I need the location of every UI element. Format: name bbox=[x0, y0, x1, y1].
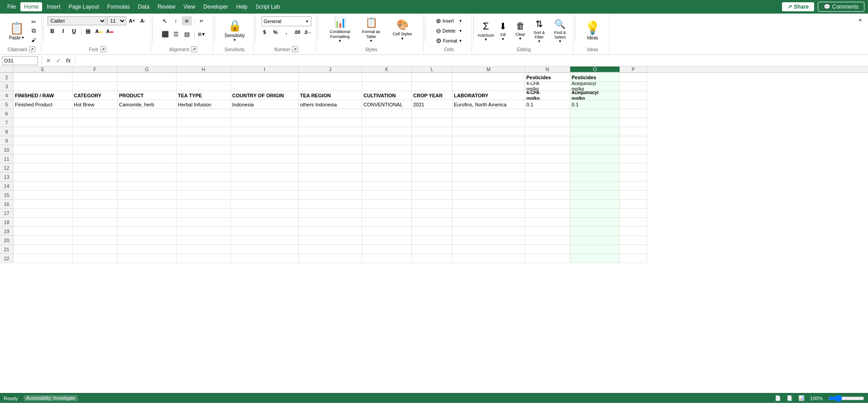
cell-H9[interactable] bbox=[176, 136, 231, 145]
cell-M8[interactable] bbox=[453, 127, 525, 136]
cell-J10[interactable] bbox=[299, 145, 362, 154]
cell-K14[interactable] bbox=[362, 182, 412, 191]
cell-L13[interactable] bbox=[412, 172, 453, 182]
cell-F12[interactable] bbox=[72, 163, 118, 172]
cell-F19[interactable] bbox=[72, 227, 118, 236]
cell-G19[interactable] bbox=[118, 227, 176, 236]
cell-O13[interactable] bbox=[570, 172, 620, 182]
col-header-N[interactable]: N bbox=[525, 67, 570, 72]
view-layout-button[interactable]: 📑 bbox=[787, 395, 793, 401]
cell-M21[interactable] bbox=[453, 245, 525, 254]
cell-F15[interactable] bbox=[72, 191, 118, 200]
format-button[interactable]: ⚙ Format ▼ bbox=[434, 36, 464, 45]
cell-L4[interactable]: CROP YEAR bbox=[412, 91, 453, 100]
cell-J14[interactable] bbox=[299, 182, 362, 191]
formula-cancel-button[interactable]: ✕ bbox=[44, 56, 53, 65]
accounting-button[interactable]: $ bbox=[260, 28, 270, 37]
cell-I9[interactable] bbox=[231, 136, 299, 145]
underline-button[interactable]: U bbox=[69, 27, 79, 36]
cell-H22[interactable] bbox=[176, 254, 231, 263]
cell-H16[interactable] bbox=[176, 200, 231, 209]
cell-H8[interactable] bbox=[176, 127, 231, 136]
cell-I13[interactable] bbox=[231, 172, 299, 182]
formula-input[interactable] bbox=[77, 57, 866, 64]
conditional-formatting-button[interactable]: 📊 Conditional Formatting ▼ bbox=[325, 16, 355, 43]
cell-L22[interactable] bbox=[412, 254, 453, 263]
cell-P17[interactable] bbox=[620, 209, 647, 218]
cell-P19[interactable] bbox=[620, 227, 647, 236]
cell-F11[interactable] bbox=[72, 154, 118, 163]
cell-H15[interactable] bbox=[176, 191, 231, 200]
merge-center-button[interactable]: ⊞▼ bbox=[197, 29, 207, 38]
cell-E3[interactable] bbox=[14, 82, 72, 91]
font-collapse[interactable]: ↗ bbox=[100, 46, 106, 53]
name-box[interactable] bbox=[2, 56, 38, 65]
cell-E19[interactable] bbox=[14, 227, 72, 236]
alignment-collapse[interactable]: ↗ bbox=[191, 46, 197, 53]
cell-L18[interactable] bbox=[412, 218, 453, 227]
cell-P14[interactable] bbox=[620, 182, 647, 191]
cell-H7[interactable] bbox=[176, 118, 231, 127]
cell-H19[interactable] bbox=[176, 227, 231, 236]
cell-O12[interactable] bbox=[570, 163, 620, 172]
cell-F3[interactable] bbox=[72, 82, 118, 91]
cell-N9[interactable] bbox=[525, 136, 570, 145]
cell-E22[interactable] bbox=[14, 254, 72, 263]
cell-L3[interactable] bbox=[412, 82, 453, 91]
cell-L7[interactable] bbox=[412, 118, 453, 127]
cell-G21[interactable] bbox=[118, 245, 176, 254]
cell-M19[interactable] bbox=[453, 227, 525, 236]
col-header-K[interactable]: K bbox=[362, 67, 412, 72]
cell-H20[interactable] bbox=[176, 236, 231, 245]
find-select-button[interactable]: 🔍 Find & Select ▼ bbox=[550, 17, 570, 44]
cell-M16[interactable] bbox=[453, 200, 525, 209]
cell-H17[interactable] bbox=[176, 209, 231, 218]
cell-G5[interactable]: Camomile, herb bbox=[118, 100, 176, 109]
cell-I8[interactable] bbox=[231, 127, 299, 136]
row-header-12[interactable]: 12 bbox=[0, 163, 14, 172]
view-break-button[interactable]: 📊 bbox=[798, 395, 805, 401]
decrease-decimal-button[interactable]: .0← bbox=[303, 28, 313, 37]
cell-K13[interactable] bbox=[362, 172, 412, 182]
cell-E12[interactable] bbox=[14, 163, 72, 172]
cell-I19[interactable] bbox=[231, 227, 299, 236]
cell-K11[interactable] bbox=[362, 154, 412, 163]
cell-M18[interactable] bbox=[453, 218, 525, 227]
cell-L15[interactable] bbox=[412, 191, 453, 200]
cell-J9[interactable] bbox=[299, 136, 362, 145]
cell-G2[interactable] bbox=[118, 73, 176, 82]
cell-O5[interactable]: 0.1 bbox=[570, 100, 620, 109]
cell-K9[interactable] bbox=[362, 136, 412, 145]
cell-K4[interactable]: CULTIVATION bbox=[362, 91, 412, 100]
menu-script-lab[interactable]: Script Lab bbox=[252, 2, 284, 11]
cell-E18[interactable] bbox=[14, 218, 72, 227]
cell-O2[interactable]: Pesticides bbox=[570, 73, 620, 82]
cell-L2[interactable] bbox=[412, 73, 453, 82]
cell-J2[interactable] bbox=[299, 73, 362, 82]
cell-L19[interactable] bbox=[412, 227, 453, 236]
cell-E20[interactable] bbox=[14, 236, 72, 245]
cell-H14[interactable] bbox=[176, 182, 231, 191]
cell-M9[interactable] bbox=[453, 136, 525, 145]
insert-button[interactable]: ⊕ Insert ▼ bbox=[434, 16, 464, 25]
cell-J21[interactable] bbox=[299, 245, 362, 254]
cell-G10[interactable] bbox=[118, 145, 176, 154]
row-header-2[interactable]: 2 bbox=[0, 73, 14, 82]
cell-N4[interactable]: 4-CPA mg/kg bbox=[525, 91, 570, 100]
cell-N16[interactable] bbox=[525, 200, 570, 209]
row-header-9[interactable]: 9 bbox=[0, 136, 14, 145]
cell-J8[interactable] bbox=[299, 127, 362, 136]
cell-L12[interactable] bbox=[412, 163, 453, 172]
cell-O21[interactable] bbox=[570, 245, 620, 254]
clipboard-collapse[interactable]: ↗ bbox=[29, 46, 35, 53]
cell-N10[interactable] bbox=[525, 145, 570, 154]
cell-L6[interactable] bbox=[412, 109, 453, 118]
clear-button[interactable]: 🗑 Clear ▼ bbox=[512, 17, 529, 44]
cell-I15[interactable] bbox=[231, 191, 299, 200]
cell-M4[interactable]: LABORATORY bbox=[453, 91, 525, 100]
cell-P9[interactable] bbox=[620, 136, 647, 145]
percent-button[interactable]: % bbox=[271, 28, 281, 37]
cell-M14[interactable] bbox=[453, 182, 525, 191]
row-header-15[interactable]: 15 bbox=[0, 191, 14, 200]
cell-G4[interactable]: PRODUCT bbox=[118, 91, 176, 100]
